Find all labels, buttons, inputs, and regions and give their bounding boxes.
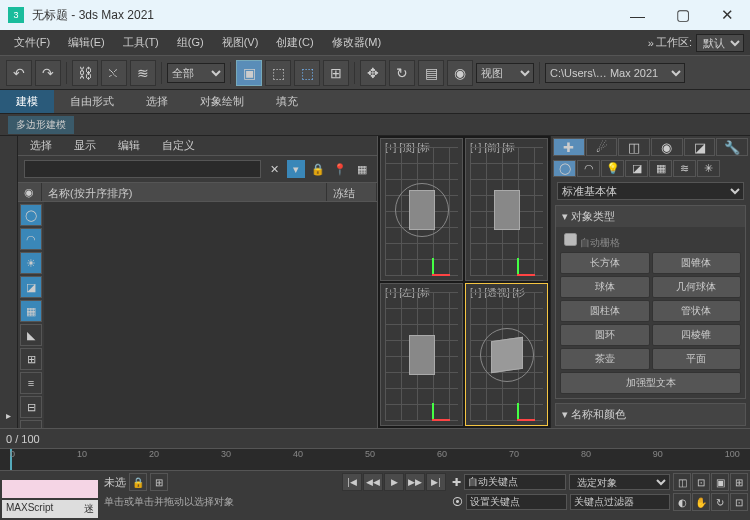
primitive-button[interactable]: 几何球体 — [652, 276, 742, 298]
scale-button[interactable]: ▤ — [418, 60, 444, 86]
setkey-icon[interactable]: ⦿ — [452, 496, 463, 508]
freeze-col-header[interactable]: 冻结 — [327, 183, 377, 201]
create-tab[interactable]: ✚ — [553, 138, 585, 156]
geometry-subtab[interactable]: ◯ — [553, 160, 576, 177]
name-col-header[interactable]: 名称(按升序排序) — [42, 183, 327, 201]
filter-icon[interactable]: ▾ — [287, 160, 305, 178]
shapes-subtab[interactable]: ◠ — [577, 160, 600, 177]
menu-item[interactable]: 修改器(M) — [324, 32, 390, 53]
scene-tab[interactable]: 显示 — [66, 136, 104, 155]
goto-end-button[interactable]: ▶| — [426, 473, 446, 491]
primitive-button[interactable]: 管状体 — [652, 300, 742, 322]
filter-helper-icon[interactable]: ▦ — [20, 300, 42, 322]
primitive-button[interactable]: 四棱锥 — [652, 324, 742, 346]
systems-subtab[interactable]: ✳ — [697, 160, 720, 177]
prev-frame-button[interactable]: ◀◀ — [363, 473, 383, 491]
project-path-select[interactable]: C:\Users\… Max 2021 — [545, 63, 685, 83]
viewport-front[interactable]: [+] [前] [标 — [465, 138, 548, 281]
primitive-button[interactable]: 长方体 — [560, 252, 650, 274]
nav-fov-icon[interactable]: ▣ — [711, 473, 729, 491]
menu-item[interactable]: 工具(T) — [115, 32, 167, 53]
scene-search-input[interactable] — [24, 160, 261, 178]
ribbon-tab[interactable]: 对象绘制 — [184, 90, 260, 113]
filter-space-icon[interactable]: ◣ — [20, 324, 42, 346]
redo-button[interactable]: ↷ — [35, 60, 61, 86]
filter-geom-icon[interactable]: ◯ — [20, 204, 42, 226]
filter-cam-icon[interactable]: ◪ — [20, 276, 42, 298]
category-select[interactable]: 标准基本体 — [557, 182, 744, 200]
lock-selection-icon[interactable]: 🔒 — [129, 473, 147, 491]
helpers-subtab[interactable]: ▦ — [649, 160, 672, 177]
nav-walk-icon[interactable]: ✋ — [692, 493, 710, 511]
nav-pan-icon[interactable]: ◫ — [673, 473, 691, 491]
rect-select-button[interactable]: ⬚ — [294, 60, 320, 86]
ribbon-tab[interactable]: 选择 — [130, 90, 184, 113]
menu-item[interactable]: 组(G) — [169, 32, 212, 53]
keytarget-select[interactable]: 选定对象 — [569, 474, 671, 490]
time-slider[interactable]: 0102030405060708090100 — [0, 448, 750, 470]
nav-maximize-icon[interactable]: ⊡ — [730, 493, 748, 511]
add-icon[interactable]: ▦ — [353, 160, 371, 178]
workspace-select[interactable]: 默认 — [696, 34, 744, 52]
nav-zoomext-icon[interactable]: ⊞ — [730, 473, 748, 491]
scene-tab[interactable]: 自定义 — [154, 136, 203, 155]
nav-orbit-icon[interactable]: ◐ — [673, 493, 691, 511]
refcoord-select[interactable]: 视图 — [476, 63, 534, 83]
ribbon-tab[interactable]: 自由形式 — [54, 90, 130, 113]
ribbon-tab[interactable]: 填充 — [260, 90, 314, 113]
nav-zoom-icon[interactable]: ⊡ — [692, 473, 710, 491]
keyfilter-button[interactable]: 关键点过滤器 — [570, 494, 671, 510]
scene-tab[interactable]: 编辑 — [110, 136, 148, 155]
filter-group-icon[interactable]: ≡ — [20, 372, 42, 394]
select-name-button[interactable]: ⬚ — [265, 60, 291, 86]
selection-scope-select[interactable]: 全部 — [167, 63, 225, 83]
viewport-top[interactable]: [+] [顶] [标 — [380, 138, 463, 281]
close-button[interactable]: ✕ — [705, 0, 750, 30]
link-button[interactable]: ⛓ — [72, 60, 98, 86]
vis-col-icon[interactable]: ◉ — [18, 183, 42, 201]
goto-start-button[interactable]: |◀ — [342, 473, 362, 491]
menu-item[interactable]: 创建(C) — [268, 32, 321, 53]
namecolor-rollout-header[interactable]: ▾ 名称和颜色 — [556, 404, 745, 425]
menu-item[interactable]: 编辑(E) — [60, 32, 113, 53]
primitive-button[interactable]: 圆柱体 — [560, 300, 650, 322]
viewport-left[interactable]: [+] [左] [标 — [380, 283, 463, 426]
filter-light-icon[interactable]: ☀ — [20, 252, 42, 274]
utilities-tab[interactable]: 🔧 — [716, 138, 748, 156]
unlink-button[interactable]: ⛌ — [101, 60, 127, 86]
filter-bone-icon[interactable]: ⊞ — [20, 348, 42, 370]
undo-button[interactable]: ↶ — [6, 60, 32, 86]
scene-list-area[interactable] — [44, 202, 377, 428]
leftstrip-expand[interactable]: ▸ — [2, 408, 16, 422]
clear-search-icon[interactable]: ✕ — [265, 160, 283, 178]
menu-item[interactable]: 文件(F) — [6, 32, 58, 53]
maxscript-label[interactable]: MAXScript — [6, 502, 53, 516]
play-button[interactable]: ▶ — [384, 473, 404, 491]
primitive-button[interactable]: 圆锥体 — [652, 252, 742, 274]
lock-icon[interactable]: 🔒 — [309, 160, 327, 178]
viewport-perspective[interactable]: [+] [透视] [杉 — [465, 283, 548, 426]
nav-rotate-icon[interactable]: ↻ — [711, 493, 729, 511]
filter-shape-icon[interactable]: ◠ — [20, 228, 42, 250]
minimize-button[interactable]: — — [615, 0, 660, 30]
maximize-button[interactable]: ▢ — [660, 0, 705, 30]
bind-button[interactable]: ≋ — [130, 60, 156, 86]
primitive-button[interactable]: 平面 — [652, 348, 742, 370]
move-button[interactable]: ✥ — [360, 60, 386, 86]
setkey-button[interactable]: 设置关键点 — [466, 494, 567, 510]
key-mode-icon[interactable]: ✚ — [452, 476, 461, 489]
next-frame-button[interactable]: ▶▶ — [405, 473, 425, 491]
ribbon-subtab[interactable]: 多边形建模 — [8, 116, 74, 134]
primitive-button[interactable]: 圆环 — [560, 324, 650, 346]
display-tab[interactable]: ◪ — [684, 138, 716, 156]
primitive-button[interactable]: 茶壶 — [560, 348, 650, 370]
ribbon-tab[interactable]: 建模 — [0, 90, 54, 113]
modify-tab[interactable]: ☄ — [586, 138, 618, 156]
autokey-button[interactable]: 自动关键点 — [464, 474, 566, 490]
filter-frozen-icon[interactable]: ▭ — [20, 420, 42, 428]
motion-tab[interactable]: ◉ — [651, 138, 683, 156]
hierarchy-tab[interactable]: ◫ — [618, 138, 650, 156]
menu-item[interactable]: 视图(V) — [214, 32, 267, 53]
menubar-arrows[interactable]: » — [648, 37, 654, 49]
window-crossing-button[interactable]: ⊞ — [323, 60, 349, 86]
